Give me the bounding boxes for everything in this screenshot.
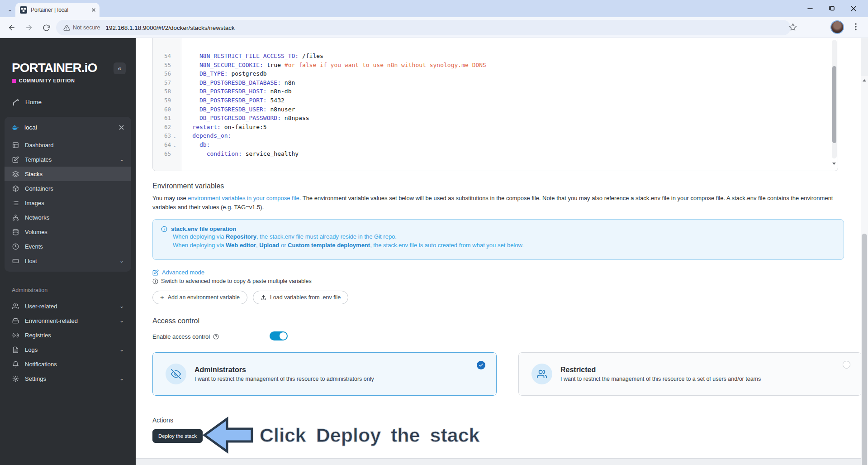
not-secure-badge[interactable]: Not secure bbox=[63, 24, 100, 31]
sidebar-item-templates[interactable]: Templates ⌄ bbox=[5, 152, 131, 167]
bookmark-star-icon[interactable] bbox=[789, 23, 797, 31]
browser-toolbar: Not secure 192.168.1.18:9000/#!/2/docker… bbox=[0, 17, 868, 38]
code-line: 59 DB_POSTGRESDB_PORT: 5432 bbox=[153, 96, 831, 105]
code-line: 57 DB_POSTGRESDB_DATABASE: n8n bbox=[153, 78, 831, 87]
portainer-favicon-icon bbox=[20, 6, 27, 14]
annotation-arrow-icon bbox=[203, 417, 254, 454]
load-variables-button[interactable]: Load variables from .env file bbox=[253, 291, 348, 304]
window-minimize-icon[interactable] bbox=[802, 2, 818, 15]
home-icon bbox=[12, 99, 19, 105]
help-icon bbox=[213, 334, 219, 340]
stack-form-card: 54 N8N_RESTRICT_FILE_ACCESS_TO: /files 5… bbox=[136, 38, 861, 459]
profile-avatar[interactable] bbox=[830, 20, 844, 34]
env-vars-description: You may use environment variables in you… bbox=[152, 194, 844, 212]
bell-icon bbox=[12, 361, 19, 368]
access-control-toggle[interactable] bbox=[270, 331, 288, 340]
unselected-radio[interactable] bbox=[843, 361, 850, 369]
url-text: 192.168.1.18:9000/#!/2/docker/stacks/new… bbox=[105, 24, 234, 31]
sidebar-collapse-button[interactable]: « bbox=[114, 62, 126, 74]
stacks-icon bbox=[12, 171, 19, 177]
env-vars-title: Environment variables bbox=[152, 182, 224, 190]
chevron-down-icon: ⌄ bbox=[119, 157, 124, 162]
info-box-line-1: When deploying via Repository, the stack… bbox=[173, 232, 835, 241]
window-close-icon[interactable] bbox=[846, 2, 861, 15]
forward-icon[interactable] bbox=[24, 22, 34, 33]
access-control-title: Access control bbox=[152, 317, 199, 325]
environment-group: local Dashboard Templates ⌄ Stacks bbox=[5, 117, 131, 272]
window-maximize-icon[interactable] bbox=[824, 2, 840, 15]
address-bar[interactable]: Not secure 192.168.1.18:9000/#!/2/docker… bbox=[56, 20, 791, 35]
deploy-stack-button[interactable]: Deploy the stack bbox=[152, 429, 203, 443]
compose-editor[interactable]: 54 N8N_RESTRICT_FILE_ACCESS_TO: /files 5… bbox=[152, 38, 838, 171]
sidebar-item-home[interactable]: Home bbox=[0, 94, 136, 110]
code-line: 56 DB_TYPE: postgresdb bbox=[153, 69, 831, 78]
sidebar-item-registries[interactable]: Registries bbox=[0, 328, 136, 342]
networks-icon bbox=[12, 214, 19, 221]
administrators-option-card[interactable]: Administrators I want to restrict the ma… bbox=[152, 352, 497, 396]
sidebar-item-images[interactable]: Images bbox=[5, 196, 131, 210]
docker-whale-icon bbox=[12, 124, 19, 131]
sidebar-item-notifications[interactable]: Notifications bbox=[0, 357, 136, 371]
sidebar-item-events[interactable]: Events bbox=[5, 239, 131, 254]
reload-icon[interactable] bbox=[41, 22, 52, 33]
browser-menu-icon[interactable] bbox=[852, 22, 859, 33]
edition-label: COMMUNITY EDITION bbox=[19, 78, 75, 83]
enable-access-control-row: Enable access control bbox=[152, 333, 219, 340]
environment-header[interactable]: local bbox=[5, 117, 131, 138]
sidebar-item-dashboard[interactable]: Dashboard bbox=[5, 138, 131, 152]
sidebar-item-settings[interactable]: Settings ⌄ bbox=[0, 371, 136, 386]
edit-icon bbox=[152, 269, 159, 276]
gear-icon bbox=[12, 375, 19, 382]
sidebar-item-volumes[interactable]: Volumes bbox=[5, 225, 131, 239]
sidebar-item-label: Home bbox=[25, 99, 124, 105]
not-secure-label: Not secure bbox=[73, 24, 100, 31]
editor-lines: 54 N8N_RESTRICT_FILE_ACCESS_TO: /files 5… bbox=[153, 52, 831, 158]
stack-env-info-box: stack.env file operation When deploying … bbox=[152, 219, 844, 260]
editor-scroll-down-icon[interactable] bbox=[831, 160, 837, 167]
info-box-line-2: When deploying via Web editor, Upload or… bbox=[173, 241, 835, 249]
sidebar-item-user-related[interactable]: User-related ⌄ bbox=[0, 299, 136, 313]
sidebar-item-stacks[interactable]: Stacks bbox=[5, 167, 131, 181]
dashboard-icon bbox=[12, 142, 19, 149]
upload-icon bbox=[261, 295, 266, 301]
images-icon bbox=[12, 200, 19, 206]
administration-section-label: Administration bbox=[12, 287, 136, 293]
page-scrollbar-thumb[interactable] bbox=[862, 234, 867, 465]
host-icon bbox=[12, 258, 19, 264]
administrators-option-title: Administrators bbox=[194, 366, 374, 374]
environment-name: local bbox=[24, 124, 114, 131]
add-environment-variable-button[interactable]: + Add an environment variable bbox=[152, 291, 247, 304]
chevron-down-icon: ⌄ bbox=[119, 376, 124, 381]
tab-close-icon[interactable] bbox=[91, 8, 96, 12]
page-scrollbar[interactable] bbox=[861, 76, 868, 465]
selected-check-icon[interactable] bbox=[477, 361, 485, 369]
portainer-window: ⌄ Portainer | local bbox=[0, 0, 868, 465]
compose-env-vars-link[interactable]: environment variables in your compose fi… bbox=[188, 195, 299, 201]
tab-title: Portainer | local bbox=[31, 7, 89, 13]
sidebar-item-networks[interactable]: Networks bbox=[5, 210, 131, 225]
sidebar-item-logs[interactable]: Logs ⌄ bbox=[0, 342, 136, 357]
hard-drive-icon bbox=[12, 317, 19, 324]
advanced-mode-link[interactable]: Advanced mode bbox=[152, 269, 204, 276]
main-content: 54 N8N_RESTRICT_FILE_ACCESS_TO: /files 5… bbox=[136, 38, 868, 465]
toggle-knob bbox=[280, 332, 287, 340]
browser-tab[interactable]: Portainer | local bbox=[15, 3, 100, 17]
scroll-up-icon[interactable] bbox=[861, 77, 868, 83]
browser-tab-strip: ⌄ Portainer | local bbox=[0, 0, 868, 17]
advanced-mode-hint: Switch to advanced mode to copy & paste … bbox=[152, 278, 312, 284]
environment-close-icon[interactable] bbox=[119, 125, 124, 130]
restricted-option-title: Restricted bbox=[560, 366, 761, 374]
sidebar-item-environment-related[interactable]: Environment-related ⌄ bbox=[0, 313, 136, 328]
sidebar-item-host[interactable]: Host ⌄ bbox=[5, 254, 131, 268]
editor-scrollbar-thumb[interactable] bbox=[832, 66, 836, 143]
templates-icon bbox=[12, 156, 19, 163]
sidebar-item-containers[interactable]: Containers bbox=[5, 181, 131, 196]
editor-scrollbar[interactable] bbox=[832, 40, 837, 158]
restricted-option-card[interactable]: Restricted I want to restrict the manage… bbox=[518, 352, 862, 396]
back-icon[interactable] bbox=[6, 22, 17, 33]
code-line: 62 restart: on-failure:5 bbox=[153, 123, 831, 132]
code-line: 58 DB_POSTGRESDB_HOST: n8n-db bbox=[153, 87, 831, 96]
info-icon bbox=[161, 226, 167, 232]
annotation-text: Click Deploy the stack bbox=[260, 417, 479, 454]
tab-search-chevron-icon[interactable]: ⌄ bbox=[5, 4, 15, 14]
